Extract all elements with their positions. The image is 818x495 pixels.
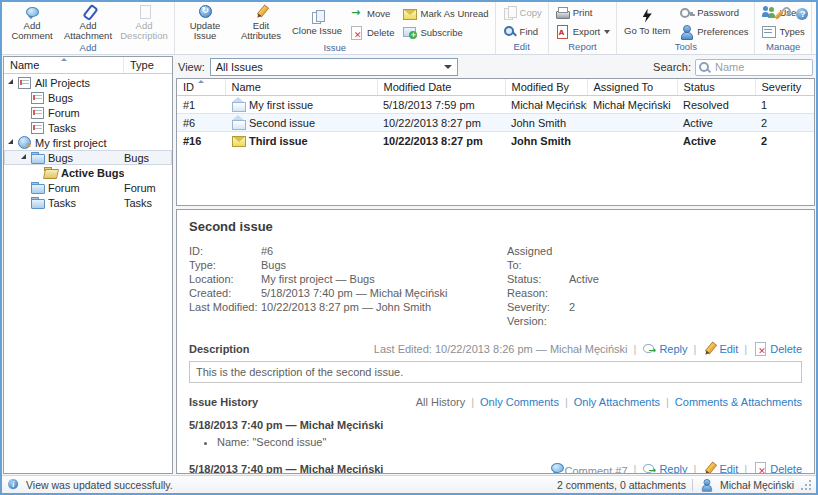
add-description-button[interactable]: Add Description xyxy=(116,3,172,42)
update-issue-button[interactable]: Update Issue xyxy=(177,3,233,42)
link-label: Edit xyxy=(719,343,738,355)
toolbar-groups: Add CommentAdd AttachmentAdd Description… xyxy=(2,2,818,54)
tree-row[interactable]: BugsBugs xyxy=(4,150,172,165)
delete-link[interactable]: Delete xyxy=(753,461,802,474)
copy-button[interactable]: Copy xyxy=(499,4,545,21)
clone-issue-button[interactable]: Clone Issue xyxy=(289,8,345,37)
toolbar-group-label: Add xyxy=(4,42,172,54)
field-label: Version: xyxy=(507,314,569,328)
list-column-severity[interactable]: Severity xyxy=(755,79,815,96)
issue-name: Third issue xyxy=(249,135,308,147)
separator xyxy=(469,396,476,408)
issue-id: #6 xyxy=(177,114,225,132)
list-column-label: Severity xyxy=(762,81,802,93)
tree-row[interactable]: TasksTasks xyxy=(4,195,172,210)
issue-severity: 2 xyxy=(755,132,815,150)
find-button[interactable]: Find xyxy=(499,23,545,40)
add-attachment-icon xyxy=(81,4,96,19)
tree-row[interactable]: Bugs xyxy=(4,90,172,105)
issue-row[interactable]: #6Second issue10/22/2013 8:27 pmJohn Smi… xyxy=(177,114,815,132)
add-comment-button[interactable]: Add Comment xyxy=(4,3,60,42)
link-label: Edit xyxy=(719,463,738,475)
edit-attributes-icon xyxy=(254,4,269,19)
list-column-name[interactable]: Name xyxy=(225,79,377,96)
tree-row[interactable]: ForumForum xyxy=(4,180,172,195)
tree-row[interactable]: Forum xyxy=(4,105,172,120)
tree-row[interactable]: My first project xyxy=(4,135,172,150)
issue-row[interactable]: #1My first issue5/18/2013 7:59 pmMichał … xyxy=(177,96,815,114)
field-value: 2 xyxy=(569,300,575,314)
tree-row-name: Bugs xyxy=(4,90,124,105)
edit-link[interactable]: Edit xyxy=(702,461,738,474)
delete-icon xyxy=(349,25,364,40)
list-column-assigned-to[interactable]: Assigned To xyxy=(587,79,677,96)
link-label: Delete xyxy=(770,463,802,475)
separator xyxy=(742,343,749,355)
tree-row[interactable]: Active Bugs (1) xyxy=(4,165,172,180)
issue-fields: ID:#6Type:BugsLocation:My first project … xyxy=(189,244,802,328)
issue-list-panel: IDNameModified DateModified ByAssigned T… xyxy=(176,78,815,206)
reply-icon xyxy=(642,341,657,356)
issue-modified-by: John Smith xyxy=(505,132,587,150)
delete-link-icon xyxy=(753,341,768,356)
search-icon xyxy=(697,60,712,75)
preferences-button[interactable]: Preferences xyxy=(676,23,751,40)
view-select-value: All Issues xyxy=(216,61,263,73)
issue-status: Active xyxy=(677,132,755,150)
expanded-triangle-icon[interactable] xyxy=(21,154,26,159)
edit-attributes-button[interactable]: Edit Attributes xyxy=(233,3,289,42)
list-column-modified-date[interactable]: Modified Date xyxy=(377,79,505,96)
view-select[interactable]: All Issues xyxy=(210,58,458,76)
delete-button[interactable]: Delete xyxy=(346,24,397,41)
field-row: Assigned To: xyxy=(507,244,599,272)
help-icon[interactable] xyxy=(795,7,810,22)
tree-row[interactable]: Tasks xyxy=(4,120,172,135)
move-button[interactable]: Move xyxy=(346,5,397,22)
button-label: Go To Item xyxy=(621,26,673,36)
issue-assigned-to xyxy=(587,132,677,150)
history-header: Issue History All HistoryOnly CommentsOn… xyxy=(189,396,802,408)
filter-only-attachments[interactable]: Only Attachments xyxy=(574,396,660,408)
export-button[interactable]: Export xyxy=(552,23,613,40)
issue-list: IDNameModified DateModified ByAssigned T… xyxy=(177,79,815,149)
separator xyxy=(632,463,639,475)
print-button[interactable]: Print xyxy=(552,4,613,21)
tree-row-label: Bugs xyxy=(48,152,73,164)
filter-comments-attachments[interactable]: Comments & Attachments xyxy=(675,396,802,408)
reply-link[interactable]: Reply xyxy=(642,461,687,474)
view-bar: View: All Issues Search: xyxy=(176,56,815,78)
main-area: Name Type All ProjectsBugsForumTasksMy f… xyxy=(2,55,816,475)
search-input[interactable] xyxy=(695,59,813,76)
wrench-icon[interactable] xyxy=(774,7,789,22)
tree-row-type: Forum xyxy=(124,182,170,194)
tree-column-name[interactable]: Name xyxy=(4,57,124,73)
expanded-triangle-icon[interactable] xyxy=(8,79,13,84)
add-description-icon xyxy=(137,4,152,19)
issue-row[interactable]: #16Third issue10/22/2013 8:27 pmJohn Smi… xyxy=(177,132,815,150)
delete-link[interactable]: Delete xyxy=(753,341,802,356)
separator xyxy=(632,343,639,355)
reply-link[interactable]: Reply xyxy=(642,341,687,356)
filter-only-comments[interactable]: Only Comments xyxy=(480,396,559,408)
password-button[interactable]: Password xyxy=(676,4,751,21)
field-row: Location:My first project — Bugs xyxy=(189,272,507,286)
go-to-item-button[interactable]: Go To Item xyxy=(619,8,675,37)
resize-grip[interactable] xyxy=(800,479,812,491)
mark-as-unread-button[interactable]: Mark As Unread xyxy=(399,5,491,22)
tree-row[interactable]: All Projects xyxy=(4,75,172,90)
types-button[interactable]: Types xyxy=(758,23,807,40)
tree-row-label: Bugs xyxy=(48,92,73,104)
list-column-id[interactable]: ID xyxy=(177,79,225,96)
tree-row-name: Tasks xyxy=(4,120,124,135)
tree-column-type[interactable]: Type xyxy=(124,57,172,73)
toolbar-group-label: Manage xyxy=(757,41,808,54)
list-column-label: Modified Date xyxy=(384,81,452,93)
update-issue-icon xyxy=(198,4,213,19)
expanded-triangle-icon[interactable] xyxy=(8,139,13,144)
list-column-status[interactable]: Status xyxy=(677,79,755,96)
field-value: 5/18/2013 7:40 pm — Michał Męciński xyxy=(261,286,447,300)
subscribe-button[interactable]: Subscribe xyxy=(399,24,491,41)
list-column-modified-by[interactable]: Modified By xyxy=(505,79,587,96)
add-attachment-button[interactable]: Add Attachment xyxy=(60,3,116,42)
edit-link[interactable]: Edit xyxy=(702,341,738,356)
